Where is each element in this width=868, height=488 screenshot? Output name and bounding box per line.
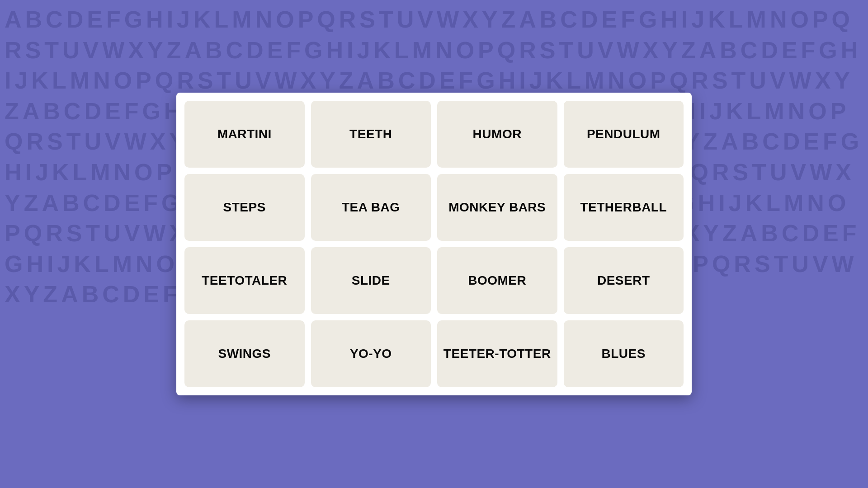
card-label-slide: SLIDE <box>352 273 390 288</box>
card-label-teeter-totter: TEETER-TOTTER <box>443 347 551 361</box>
card-label-tea-bag: TEA BAG <box>342 200 400 215</box>
card-monkey-bars[interactable]: MONKEY BARS <box>437 174 557 241</box>
card-tetherball[interactable]: TETHERBALL <box>564 174 684 241</box>
card-label-martini: MARTINI <box>217 127 272 141</box>
card-label-yo-yo: YO-YO <box>350 347 392 361</box>
card-yo-yo[interactable]: YO-YO <box>311 320 431 387</box>
card-label-teeth: TEETH <box>349 127 392 141</box>
card-label-desert: DESERT <box>597 273 650 288</box>
card-martini[interactable]: MARTINI <box>184 101 305 168</box>
card-label-blues: BLUES <box>602 347 646 361</box>
card-label-pendulum: PENDULUM <box>587 127 660 141</box>
card-label-swings: SWINGS <box>218 347 271 361</box>
card-teeth[interactable]: TEETH <box>311 101 431 168</box>
card-pendulum[interactable]: PENDULUM <box>564 101 684 168</box>
card-teeter-totter[interactable]: TEETER-TOTTER <box>437 320 557 387</box>
card-panel: MARTINITEETHHUMORPENDULUMSTEPSTEA BAGMON… <box>176 93 692 395</box>
card-swings[interactable]: SWINGS <box>184 320 305 387</box>
card-steps[interactable]: STEPS <box>184 174 305 241</box>
card-boomer[interactable]: BOOMER <box>437 247 557 314</box>
card-label-boomer: BOOMER <box>468 273 526 288</box>
card-label-steps: STEPS <box>223 200 266 215</box>
card-blues[interactable]: BLUES <box>564 320 684 387</box>
card-teetotaler[interactable]: TEETOTALER <box>184 247 305 314</box>
card-label-teetotaler: TEETOTALER <box>202 273 287 288</box>
card-label-tetherball: TETHERBALL <box>580 200 667 215</box>
card-desert[interactable]: DESERT <box>564 247 684 314</box>
card-slide[interactable]: SLIDE <box>311 247 431 314</box>
card-label-humor: HUMOR <box>473 127 522 141</box>
card-label-monkey-bars: MONKEY BARS <box>448 200 546 215</box>
word-grid: MARTINITEETHHUMORPENDULUMSTEPSTEA BAGMON… <box>184 101 684 387</box>
card-humor[interactable]: HUMOR <box>437 101 557 168</box>
card-tea-bag[interactable]: TEA BAG <box>311 174 431 241</box>
